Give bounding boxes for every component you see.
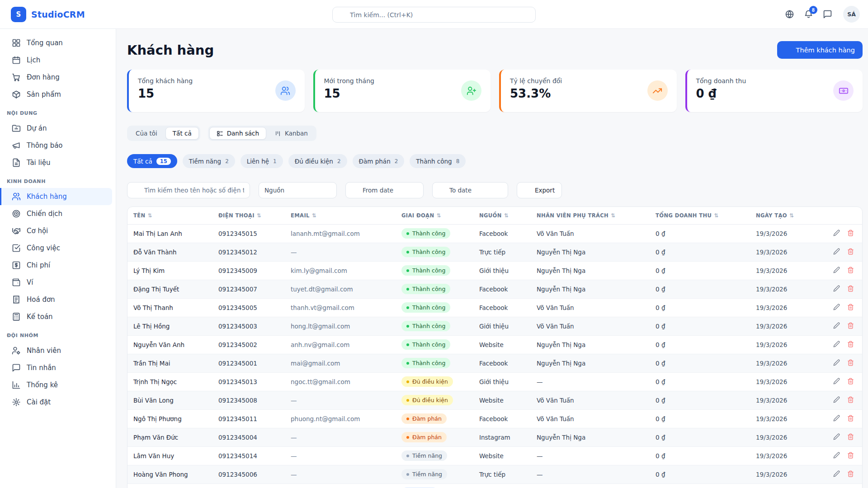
trash-icon <box>847 322 854 329</box>
sidebar-item-tin-nhan[interactable]: Tin nhắn <box>0 359 112 376</box>
column-header-6[interactable]: NHÂN VIÊN PHỤ TRÁCH⇅ <box>533 207 652 224</box>
sidebar-item-hoa-don[interactable]: Hoá đơn <box>0 291 112 308</box>
edit-button[interactable] <box>832 395 841 405</box>
customer-row[interactable]: Phạm Văn Đức0912345004—Đàm phánInstagram… <box>127 428 862 446</box>
to-date-input[interactable]: To date <box>432 182 508 198</box>
column-header-2[interactable]: ĐIỆN THOẠI⇅ <box>215 207 287 224</box>
edit-button[interactable] <box>832 432 841 442</box>
edit-button[interactable] <box>832 229 841 239</box>
scope-toggle-option-tat-ca[interactable]: Tất cả <box>165 127 199 140</box>
add-customer-button[interactable]: Thêm khách hàng <box>777 41 863 59</box>
delete-button[interactable] <box>846 229 855 239</box>
edit-button[interactable] <box>832 414 841 424</box>
sidebar-item-don-hang[interactable]: Đơn hàng <box>0 69 112 86</box>
status-filter-tat-ca[interactable]: Tất cả15 <box>127 154 177 168</box>
delete-button[interactable] <box>846 358 855 368</box>
table-search-input[interactable] <box>144 187 244 194</box>
customer-row[interactable]: Lý Thị Kim0912345009kim.ly@gmail.comThàn… <box>127 261 862 280</box>
sidebar-item-ke-toan[interactable]: Kế toán <box>0 308 112 325</box>
customer-row[interactable]: Trịnh Thị Ngọc0912345013ngoc.tt@gmail.co… <box>127 372 862 391</box>
customer-row[interactable]: Lê Thị Hồng0912345003hong.lt@gmail.comTh… <box>127 317 862 335</box>
sidebar-item-tong-quan[interactable]: Tổng quan <box>0 34 112 52</box>
delete-button[interactable] <box>846 432 855 442</box>
customer-row[interactable]: Nguyễn Văn Anh0912345002anh.nv@gmail.com… <box>127 335 862 354</box>
from-date-input[interactable]: From date <box>345 182 424 198</box>
status-filter-tiem-nang[interactable]: Tiềm năng2 <box>183 154 235 168</box>
delete-button[interactable] <box>846 414 855 424</box>
sidebar-item-vi[interactable]: Ví <box>0 274 112 291</box>
customer-row[interactable]: Võ Thị Thanh0912345005thanh.vt@gmail.com… <box>127 298 862 317</box>
sidebar-item-nhan-vien[interactable]: Nhân viên <box>0 342 112 359</box>
edit-button[interactable] <box>832 266 841 276</box>
delete-button[interactable] <box>846 469 855 479</box>
export-button[interactable]: Export <box>517 182 562 198</box>
delete-button[interactable] <box>846 451 855 461</box>
view-mode-toggle-option-kanban[interactable]: Kanban <box>267 127 315 140</box>
sidebar-item-du-an[interactable]: Dự án <box>0 120 112 137</box>
delete-button[interactable] <box>846 395 855 405</box>
sidebar-item-co-hoi[interactable]: Cơ hội <box>0 222 112 239</box>
scope-toggle-option-cua-toi[interactable]: Của tôi <box>128 127 165 140</box>
edit-button[interactable] <box>832 247 841 257</box>
customer-row[interactable]: Hoàng Văn Phong0912345006—Tiềm năngTrực … <box>127 465 862 483</box>
delete-button[interactable] <box>846 377 855 387</box>
sidebar-item-lich[interactable]: Lịch <box>0 52 112 69</box>
customer-row[interactable]: Đỗ Văn Thành0912345012—Thành côngTrực ti… <box>127 243 862 261</box>
edit-button[interactable] <box>832 284 841 294</box>
stat-label: Tỷ lệ chuyển đổi <box>510 77 562 84</box>
delete-button[interactable] <box>846 247 855 257</box>
global-search-input[interactable] <box>350 11 530 19</box>
delete-button[interactable] <box>846 303 855 313</box>
messages-button[interactable] <box>821 9 833 20</box>
column-header-5[interactable]: NGUỒN⇅ <box>476 207 533 224</box>
column-header-8[interactable]: NGÀY TẠO⇅ <box>752 207 807 224</box>
sidebar-item-thong-ke[interactable]: Thống kê <box>0 376 112 394</box>
sidebar-item-chi-phi[interactable]: Chi phí <box>0 257 112 274</box>
sidebar-item-tai-lieu[interactable]: Tài liệu <box>0 154 112 171</box>
table-search[interactable] <box>127 182 250 198</box>
delete-button[interactable] <box>846 284 855 294</box>
customer-row[interactable]: Mai Thị Lan Anh0912345015lananh.mt@gmail… <box>127 224 862 243</box>
column-header-4[interactable]: GIAI ĐOẠN⇅ <box>398 207 476 224</box>
delete-button[interactable] <box>846 321 855 331</box>
sidebar-item-khach-hang[interactable]: Khách hàng <box>0 188 112 205</box>
customer-row[interactable]: Lâm Văn Huy0912345014—Tiềm năngWebsite—0… <box>127 446 862 465</box>
column-header-1[interactable]: TÊN⇅ <box>127 207 215 224</box>
customer-row[interactable]: Bùi Văn Long0912345008—Đủ điều kiệnWebsi… <box>127 391 862 409</box>
edit-button[interactable] <box>832 303 841 313</box>
sidebar-item-thong-bao[interactable]: Thông báo <box>0 137 112 154</box>
global-search[interactable] <box>332 7 536 23</box>
notifications-button[interactable]: 8 <box>802 9 814 20</box>
edit-button[interactable] <box>832 358 841 368</box>
customer-row[interactable]: Trần Thị Mai0912345001mai@gmail.comThành… <box>127 354 862 372</box>
customer-row[interactable]: Trương Văn Hải0912345010—Liên hệInstagra… <box>127 483 862 488</box>
status-filter-lien-he[interactable]: Liên hệ1 <box>241 154 283 168</box>
sidebar-item-cong-viec[interactable]: Công việc <box>0 239 112 257</box>
column-header-3[interactable]: EMAIL⇅ <box>287 207 398 224</box>
delete-button[interactable] <box>846 266 855 276</box>
status-filter-du-dieu-kien[interactable]: Đủ điều kiện2 <box>288 154 347 168</box>
settings-icon <box>12 398 21 407</box>
customer-row[interactable]: Đặng Thị Tuyết0912345007tuyet.dt@gmail.c… <box>127 280 862 298</box>
source-select[interactable]: Nguồn <box>259 182 337 198</box>
view-mode-toggle-option-danh-sach[interactable]: Danh sách <box>209 127 266 140</box>
file-text-icon <box>12 158 21 167</box>
sidebar-item-chien-dich[interactable]: Chiến dịch <box>0 205 112 222</box>
delete-button[interactable] <box>846 340 855 350</box>
status-filter-dam-phan[interactable]: Đàm phán2 <box>353 154 405 168</box>
sidebar-item-san-pham[interactable]: Sản phẩm <box>0 86 112 103</box>
customer-row[interactable]: Ngô Thị Phương0912345011phuong.nt@gmail.… <box>127 409 862 428</box>
user-avatar[interactable]: SÁ <box>843 6 860 23</box>
edit-button[interactable] <box>832 451 841 461</box>
edit-button[interactable] <box>832 321 841 331</box>
status-filter-thanh-cong[interactable]: Thành công8 <box>410 154 466 168</box>
sidebar-item-cai-dat[interactable]: Cài đặt <box>0 394 112 411</box>
edit-button[interactable] <box>832 377 841 387</box>
column-label: NGUỒN <box>479 212 502 219</box>
edit-button[interactable] <box>832 340 841 350</box>
edit-button[interactable] <box>832 469 841 479</box>
language-button[interactable] <box>783 9 795 20</box>
row-actions <box>807 224 862 243</box>
source-cell: Facebook <box>476 224 533 243</box>
column-header-7[interactable]: TỔNG DOANH THU⇅ <box>652 207 752 224</box>
